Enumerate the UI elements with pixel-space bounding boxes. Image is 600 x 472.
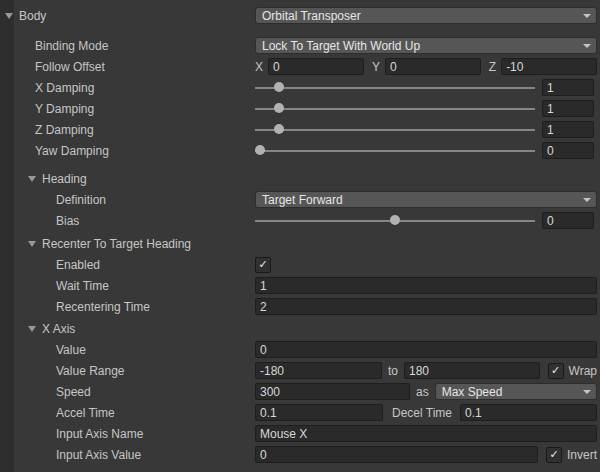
- yaw-damping-input[interactable]: [542, 142, 594, 159]
- heading-section-label: Heading: [42, 172, 87, 186]
- y-damping-input[interactable]: [542, 100, 594, 117]
- wait-time-input[interactable]: [255, 277, 597, 294]
- decel-time-label: Decel Time: [392, 406, 452, 420]
- as-label: as: [416, 385, 429, 399]
- z-axis-letter: Z: [489, 60, 496, 74]
- speed-label: Speed: [56, 385, 91, 399]
- dropdown-arrow-icon: [583, 390, 591, 394]
- body-type-value: Orbital Transposer: [262, 9, 361, 23]
- follow-offset-y-input[interactable]: [385, 58, 481, 75]
- value-range-label: Value Range: [56, 364, 125, 378]
- accel-time-label: Accel Time: [56, 406, 115, 420]
- decel-time-input[interactable]: [460, 404, 597, 421]
- x-damping-input[interactable]: [542, 79, 594, 96]
- bias-input[interactable]: [542, 212, 594, 229]
- to-label: to: [388, 364, 398, 378]
- row-definition: Definition Target Forward: [0, 189, 600, 210]
- y-damping-slider[interactable]: [255, 100, 535, 117]
- body-label: Body: [19, 9, 46, 23]
- accel-time-input[interactable]: [255, 404, 383, 421]
- check-icon: ✓: [258, 259, 267, 270]
- x-damping-slider[interactable]: [255, 79, 535, 96]
- enabled-checkbox[interactable]: ✓: [255, 257, 271, 273]
- input-axis-name-label: Input Axis Name: [56, 427, 143, 441]
- input-axis-name-input[interactable]: [255, 425, 597, 442]
- value-input[interactable]: [255, 341, 597, 358]
- row-heading-header: Heading: [0, 168, 600, 189]
- x-axis-foldout[interactable]: X Axis: [0, 322, 255, 336]
- body-type-dropdown[interactable]: Orbital Transposer: [255, 7, 597, 24]
- dropdown-arrow-icon: [583, 198, 591, 202]
- row-binding-mode: Binding Mode Lock To Target With World U…: [0, 35, 600, 56]
- slider-track: [255, 108, 535, 110]
- binding-mode-label: Binding Mode: [35, 39, 108, 53]
- row-x-damping: X Damping: [0, 77, 600, 98]
- wait-time-label: Wait Time: [56, 279, 109, 293]
- value-range-min-input[interactable]: [255, 362, 382, 379]
- definition-dropdown[interactable]: Target Forward: [255, 191, 597, 208]
- input-axis-value-label: Input Axis Value: [56, 448, 141, 462]
- input-axis-value-input[interactable]: [255, 446, 538, 463]
- row-accel-time: Accel Time Decel Time: [0, 402, 600, 423]
- slider-knob[interactable]: [274, 124, 284, 134]
- row-bias: Bias: [0, 210, 600, 231]
- recenter-section-label: Recenter To Target Heading: [42, 237, 191, 251]
- recentering-time-label: Recentering Time: [56, 300, 150, 314]
- row-speed: Speed as Max Speed: [0, 381, 600, 402]
- slider-knob[interactable]: [255, 145, 265, 155]
- z-damping-input[interactable]: [542, 121, 594, 138]
- row-enabled: Enabled ✓: [0, 254, 600, 275]
- slider-knob[interactable]: [390, 215, 400, 225]
- foldout-arrow-icon[interactable]: [28, 176, 36, 182]
- wrap-label: Wrap: [569, 364, 597, 378]
- speed-input[interactable]: [255, 383, 410, 400]
- row-input-axis-name: Input Axis Name: [0, 423, 600, 444]
- z-damping-label: Z Damping: [35, 123, 94, 137]
- row-value: Value: [0, 339, 600, 360]
- dropdown-arrow-icon: [583, 44, 591, 48]
- bias-slider[interactable]: [255, 212, 535, 229]
- yaw-damping-slider[interactable]: [255, 142, 535, 159]
- bias-label: Bias: [56, 214, 79, 228]
- follow-offset-label: Follow Offset: [35, 60, 105, 74]
- check-icon: ✓: [551, 365, 560, 376]
- slider-track: [255, 150, 535, 152]
- binding-mode-dropdown[interactable]: Lock To Target With World Up: [255, 37, 597, 54]
- slider-knob[interactable]: [274, 82, 284, 92]
- row-x-axis-header: X Axis: [0, 318, 600, 339]
- recenter-foldout[interactable]: Recenter To Target Heading: [0, 237, 255, 251]
- row-recentering-time: Recentering Time: [0, 296, 600, 317]
- wrap-checkbox[interactable]: ✓: [548, 363, 564, 379]
- foldout-arrow-icon[interactable]: [28, 241, 36, 247]
- value-label: Value: [56, 343, 86, 357]
- check-icon: ✓: [549, 449, 558, 460]
- row-follow-offset: Follow Offset X Y Z: [0, 56, 600, 77]
- invert-checkbox[interactable]: ✓: [546, 447, 562, 463]
- value-range-max-input[interactable]: [404, 362, 540, 379]
- row-body: Body Orbital Transposer: [0, 5, 600, 26]
- slider-knob[interactable]: [274, 103, 284, 113]
- row-yaw-damping: Yaw Damping: [0, 140, 600, 161]
- foldout-arrow-icon[interactable]: [5, 13, 13, 19]
- x-axis-section-label: X Axis: [42, 322, 75, 336]
- row-wait-time: Wait Time: [0, 275, 600, 296]
- slider-track: [255, 129, 535, 131]
- z-damping-slider[interactable]: [255, 121, 535, 138]
- row-value-range: Value Range to ✓ Wrap: [0, 360, 600, 381]
- foldout-arrow-icon[interactable]: [28, 326, 36, 332]
- definition-label: Definition: [56, 193, 106, 207]
- dropdown-arrow-icon: [583, 14, 591, 18]
- follow-offset-z-input[interactable]: [501, 58, 597, 75]
- speed-mode-value: Max Speed: [442, 385, 503, 399]
- enabled-label: Enabled: [56, 258, 100, 272]
- heading-foldout[interactable]: Heading: [0, 172, 255, 186]
- follow-offset-x-input[interactable]: [268, 58, 364, 75]
- row-z-damping: Z Damping: [0, 119, 600, 140]
- recentering-time-input[interactable]: [255, 298, 597, 315]
- row-input-axis-value: Input Axis Value ✓ Invert: [0, 444, 600, 465]
- slider-track: [255, 87, 535, 89]
- body-foldout[interactable]: Body: [0, 9, 255, 23]
- invert-label: Invert: [567, 448, 597, 462]
- speed-mode-dropdown[interactable]: Max Speed: [435, 383, 597, 400]
- definition-value: Target Forward: [262, 193, 343, 207]
